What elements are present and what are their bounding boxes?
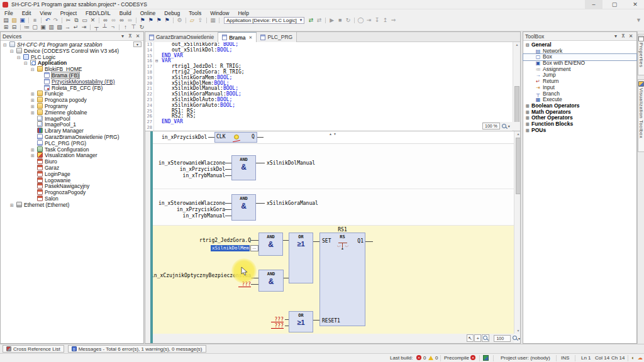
copy-icon[interactable]: ⧉ (72, 17, 80, 24)
tree-item-ethernet-ethernet[interactable]: ⊞Ethernet (Ethernet) (1, 202, 143, 208)
instance-name-label[interactable]: RS1 (319, 227, 365, 233)
scrollbar-thumb[interactable] (514, 86, 519, 123)
insert-assignment-icon[interactable]: ≔ (23, 24, 31, 31)
toolbox-item-input[interactable]: ⇥Input (523, 85, 636, 91)
operand-label[interactable]: in_xSterowanieWlaczone (145, 160, 225, 166)
insert-jump-icon[interactable]: → (64, 24, 72, 31)
tree-item-imagepool[interactable]: ImagePool (1, 116, 143, 122)
open-project-icon[interactable]: ▨ (10, 17, 18, 24)
tree-item-blokifb-home[interactable]: ⊟BlokiFB_HOME (1, 66, 143, 72)
bookmark-previous-icon[interactable]: ⚑ (155, 17, 163, 24)
bookmark-toggle-icon[interactable]: ⚑ (138, 17, 147, 24)
declaration-scrollbar[interactable]: ▲ ▼ (513, 42, 520, 131)
tree-item-brama-fb[interactable]: Brama (FB) (1, 72, 143, 79)
menu-window[interactable]: Window (206, 10, 233, 16)
insert-box-icon[interactable]: ▢ (31, 24, 39, 31)
network-3[interactable]: 3 in_xSterowanieWlaczone in_xPrzyciskDol… (145, 144, 520, 189)
menu-view[interactable]: View (35, 10, 55, 16)
expander-icon[interactable]: ⊞ (526, 103, 531, 109)
insert-network-above-icon[interactable]: ⊟ (10, 24, 18, 31)
menu-debug[interactable]: Debug (160, 10, 184, 16)
profiler-icon[interactable]: ◐ (631, 355, 635, 361)
find-icon[interactable]: ∞ (101, 17, 109, 24)
operand-label[interactable]: in_xTrybManual (145, 173, 225, 178)
expander-icon[interactable]: ⊞ (526, 128, 531, 134)
toolbox-item-return[interactable]: ↵Return (523, 79, 636, 85)
tree-item-task-configuration[interactable]: ⊞Task Configuration (1, 146, 143, 153)
zoom-level[interactable]: 100 % (482, 123, 500, 129)
close-tab-icon[interactable]: ✕ (249, 35, 253, 40)
operand-label[interactable]: in_xPrzyciskDol (162, 134, 207, 140)
rs-block[interactable]: RS ◡◡▲ SET Q1 RESET1 (319, 233, 365, 326)
build-icon[interactable]: ⚙ (175, 17, 184, 24)
code-line[interactable]: 28 (145, 125, 520, 131)
step-over-icon[interactable]: ⇥ (365, 17, 373, 24)
tab-cross-reference-list[interactable]: Cross Reference List (3, 345, 64, 353)
scroll-up-icon[interactable]: ▲ (513, 42, 521, 48)
project-settings-icon[interactable]: ▦ (209, 17, 217, 24)
tree-item-plc-logic[interactable]: ⊟PLC Logic (1, 54, 143, 60)
tab-brama[interactable]: Brama✕ (218, 32, 257, 42)
bookmark-clear-icon[interactable]: ⚑ (163, 17, 171, 24)
toolbox-item-assignment[interactable]: ≔Assignment (523, 67, 636, 73)
print-icon[interactable]: ≡ (31, 17, 39, 24)
menu-file[interactable]: File (0, 10, 18, 16)
chevron-down-icon[interactable]: ▾ (612, 33, 619, 39)
insert-box-eneno-icon[interactable]: ▣ (39, 24, 47, 31)
insert-branch-icon[interactable]: ┬ (92, 24, 101, 31)
tab-visualization-toolbox[interactable]: Visualization Toolbox (638, 79, 644, 152)
menu-build[interactable]: Build (115, 10, 136, 16)
chevron-down-icon[interactable]: ▾ (119, 33, 126, 39)
active-application-combo[interactable]: Application [Device: PLC Logic] ▾ (224, 17, 304, 24)
tree-item-library-manager[interactable]: Library Manager (1, 128, 143, 134)
tree-item-salon[interactable]: Salon (1, 195, 143, 202)
pin-icon[interactable]: ⊼ (126, 33, 134, 39)
tree-item-sh-cfc-p1-program-garaz-szablon[interactable]: ⊟SH-CFC-P1 Program garaz szablon▾ (1, 41, 143, 48)
tree-item-application[interactable]: ⊟Application (1, 60, 143, 66)
or-block[interactable]: OR ≥1 (289, 311, 313, 332)
insert-network-icon[interactable]: ⊞ (2, 24, 10, 31)
tab-messages[interactable]: ≡ Messages - Total 6 error(s), 1 warning… (68, 345, 206, 353)
missing-operand-label[interactable]: ??? (271, 317, 284, 322)
expander-icon[interactable]: ⊞ (10, 202, 16, 209)
tree-item-prognoza-pogody[interactable]: ⊞Prognoza pogody (1, 97, 143, 103)
operand-label[interactable]: in_xSterowanieWlaczone (145, 200, 225, 206)
tree-item-zmienne-globalne[interactable]: ⊞Zmienne globalne (1, 109, 143, 116)
operand-label[interactable]: xSilnikGoraManual (267, 200, 318, 206)
scroll-down-icon[interactable]: ▼ (514, 328, 520, 334)
run-to-cursor-icon[interactable]: ⇒ (389, 17, 397, 24)
expander-icon[interactable]: ⊞ (526, 115, 531, 121)
chevron-down-icon[interactable]: ▾ (518, 336, 520, 341)
rtrig-block[interactable]: CLK Q (214, 132, 257, 143)
bookmark-next-icon[interactable]: ⚑ (147, 17, 155, 24)
toolbox-group-pous[interactable]: ⊞POUs (523, 128, 636, 134)
and-block[interactable]: AND & (258, 233, 283, 256)
or-block[interactable]: OR ≥1 (289, 233, 313, 283)
redo-icon[interactable]: ↷ (52, 17, 60, 24)
and-block[interactable]: AND & (231, 155, 256, 180)
tree-item-device-codesys-control-win-v3-x64[interactable]: ⊟Device (CODESYS Control Win V3 x64) (1, 48, 143, 54)
splitter-collapse-icons[interactable]: ▲▼ (329, 132, 338, 136)
code-line[interactable]: 14out_xSilnikDol:BOOL; (145, 48, 520, 53)
pan-mode-button[interactable]: + (474, 334, 481, 342)
close-icon[interactable]: ✕ (627, 33, 635, 39)
step-into-icon[interactable]: ↧ (373, 17, 381, 24)
tree-item-loginpage[interactable]: LoginPage (1, 171, 143, 177)
edge-detection-icon[interactable]: ↑ (121, 24, 130, 31)
declaration-editor[interactable]: 13out_xSilnikGora: BOOL;14out_xSilnikDol… (145, 42, 520, 131)
fbd-editor[interactable]: in_xPrzyciskDol CLK Q ▲▼ 3 in_xSterowani… (145, 131, 520, 343)
find-next-icon[interactable]: ∞ (109, 17, 118, 24)
and-block[interactable]: AND & (258, 270, 284, 292)
expander-icon[interactable]: ⊟ (526, 42, 531, 48)
tree-item-garazbramaoswietlenie-prg[interactable]: GarazBramaOswietlenie (PRG) (1, 134, 143, 140)
zoom-level[interactable]: 100 % (494, 335, 510, 342)
code-line[interactable]: 24xSilnikGoraAuto:BOOL; (145, 103, 520, 109)
operand-edit-selected[interactable]: xSilnikDolMem (211, 245, 250, 251)
delete-icon[interactable]: ✕ (89, 17, 97, 24)
minimize-button[interactable]: – (585, 0, 602, 9)
tree-item-logowanie[interactable]: Logowanie (1, 177, 143, 184)
operand-label[interactable]: in_xPrzyciskDol (145, 167, 225, 172)
tree-item-imagepool-1[interactable]: ImagePool_1 (1, 121, 143, 128)
insert-empty-box-icon[interactable]: ▥ (47, 24, 55, 31)
toolbox-item-branch[interactable]: ┬Branch (523, 91, 636, 97)
